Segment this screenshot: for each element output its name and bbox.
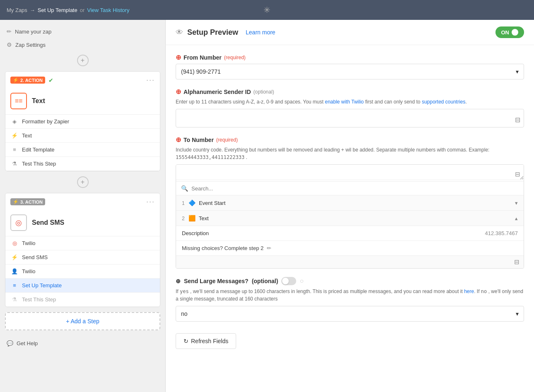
- action-3-header[interactable]: ⚡ 3. ACTION ···: [5, 193, 160, 210]
- alphanumeric-field: ⊕ Alphanumeric Sender ID (optional) Ente…: [176, 88, 524, 127]
- to-number-search-input[interactable]: [191, 185, 519, 192]
- send-large-toggle[interactable]: [281, 277, 296, 285]
- twilio2-label: Twilio: [22, 268, 36, 274]
- action-3-app-icon: ◎: [10, 214, 27, 231]
- missing-choices-text: Missing choices? Complete step 2: [182, 245, 263, 251]
- sidebar-item-text-action[interactable]: ⚡ Text: [5, 129, 160, 143]
- sidebar-item-edit-template[interactable]: ≡ Edit Template: [5, 143, 160, 157]
- action-2-icon: ⚡: [13, 77, 19, 83]
- supported-countries-link[interactable]: supported countries: [422, 99, 465, 105]
- refresh-fields-button[interactable]: ↻ Refresh Fields: [176, 333, 236, 349]
- send-large-chevron: [516, 310, 519, 317]
- form-content: ⊕ From Number (required) (941) 909-2771 …: [166, 45, 534, 357]
- action-2-badge: ⚡ 2. ACTION: [10, 77, 45, 84]
- get-help-row[interactable]: 💬 Get Help: [0, 335, 165, 351]
- sidebar-item-send-sms[interactable]: ⚡ Send SMS: [5, 250, 160, 265]
- to-number-label-row: ⊕ To Number (required): [176, 136, 524, 144]
- dropdown-settings-icon[interactable]: ⊟: [514, 258, 520, 266]
- action-2-header[interactable]: ⚡ 2. ACTION ✔ ···: [5, 72, 160, 89]
- text-action-label: Text: [22, 132, 32, 139]
- gear-icon: ⚙: [7, 41, 12, 48]
- zap-settings-row[interactable]: ⚙ Zap Settings: [0, 38, 165, 51]
- sidebar-item-twilio2[interactable]: 👤 Twilio: [5, 265, 160, 279]
- action-3-menu-dots[interactable]: ···: [146, 197, 155, 206]
- connector-2: +: [0, 173, 165, 191]
- action-3-icon: ⚡: [13, 199, 19, 204]
- alphanumeric-label: Alphanumeric Sender ID: [184, 89, 251, 95]
- to-number-textarea[interactable]: [176, 165, 524, 180]
- description-key: Description: [182, 230, 209, 236]
- on-toggle[interactable]: ON: [495, 26, 524, 38]
- event-start-label: Event Start: [199, 200, 225, 206]
- to-number-input-area: ⊟: [176, 165, 524, 182]
- eye-icon: 👁: [176, 28, 183, 37]
- sidebar-item-setup-template[interactable]: ≡ Set Up Template: [5, 279, 160, 293]
- action-3-badge: ⚡ 3. ACTION: [10, 198, 45, 205]
- action-3-icon-row: ◎ Send SMS: [5, 210, 160, 236]
- action-3-header-left: ⚡ 3. ACTION: [10, 198, 45, 205]
- to-number-required: (required): [216, 137, 238, 143]
- from-number-select[interactable]: (941) 909-2771: [176, 64, 524, 79]
- alphanumeric-input[interactable]: [176, 109, 524, 126]
- action-2-sub-items: ◈ Formatter by Zapier ⚡ Text ≡ Edit Temp…: [5, 114, 160, 171]
- name-zap-row[interactable]: ✏ Name your zap: [0, 25, 165, 38]
- alphanumeric-action-icon[interactable]: ⊟: [515, 116, 520, 124]
- sidebar-item-test-step2[interactable]: ⚗ Test This Step: [5, 157, 160, 171]
- edit-pencil-icon[interactable]: ✏: [267, 245, 271, 251]
- action-3-title: Send SMS: [32, 219, 64, 226]
- sidebar-item-twilio1[interactable]: ◎ Twilio: [5, 236, 160, 250]
- from-number-icon: ⊕: [176, 53, 181, 61]
- to-number-dropdown-panel: ⊟ 🔍 1 🔷 Event Start: [176, 164, 524, 269]
- send-large-label: Send Large Messages?: [184, 278, 249, 284]
- sidebar-item-formatter[interactable]: ◈ Formatter by Zapier: [5, 115, 160, 129]
- breadcrumb-or: or: [80, 7, 85, 13]
- action-3-card: ⚡ 3. ACTION ··· ◎ Send SMS ◎ Twilio ⚡: [5, 193, 160, 307]
- toggle-circle: [512, 29, 518, 36]
- to-number-desc: Include country code. Everything but num…: [176, 146, 524, 161]
- alphanumeric-desc: Enter up to 11 characters using A-Z, a-z…: [176, 98, 524, 106]
- send-sms-icon: ⚡: [11, 254, 18, 260]
- action-2-app-icon: ≡≡: [10, 93, 27, 109]
- item-1-num: 1: [182, 200, 185, 206]
- view-task-history-link[interactable]: View Task History: [87, 7, 129, 13]
- sidebar-item-test-step3[interactable]: ⚗ Test This Step: [5, 293, 160, 307]
- from-number-value: (941) 909-2771: [181, 68, 221, 75]
- add-connector-2[interactable]: +: [77, 176, 89, 188]
- here-link[interactable]: here: [464, 289, 474, 294]
- action-2-menu-dots[interactable]: ···: [146, 76, 155, 84]
- alphanumeric-input-wrapper: ⊟: [176, 109, 524, 127]
- sidebar: ✏ Name your zap ⚙ Zap Settings + ⚡ 2. AC…: [0, 20, 166, 392]
- twilio1-icon: ◎: [11, 240, 18, 246]
- name-zap-label: Name your zap: [15, 29, 51, 35]
- action-2-check-icon: ✔: [48, 77, 53, 84]
- dropdown-item-event-start[interactable]: 1 🔷 Event Start: [176, 195, 524, 211]
- add-step-button[interactable]: + Add a Step: [5, 312, 160, 330]
- to-number-field: ⊕ To Number (required) Include country c…: [176, 136, 524, 269]
- setup-preview-left: 👁 Setup Preview Learn more: [176, 28, 275, 37]
- setup-preview-header: 👁 Setup Preview Learn more ON: [166, 20, 534, 45]
- from-number-field: ⊕ From Number (required) (941) 909-2771: [176, 53, 524, 79]
- action-2-card: ⚡ 2. ACTION ✔ ··· ≡≡ Text ◈ Formatter by…: [5, 71, 160, 171]
- chat-icon: 💬: [7, 340, 13, 346]
- enable-twilio-link[interactable]: enable with Twilio: [325, 99, 364, 105]
- event-start-icon: 🔷: [188, 200, 196, 206]
- send-large-select[interactable]: no: [176, 306, 524, 322]
- alphanumeric-label-row: ⊕ Alphanumeric Sender ID (optional): [176, 88, 524, 96]
- action-2-title: Text: [32, 97, 45, 105]
- action-2-icon-row: ≡≡ Text: [5, 89, 160, 114]
- from-number-label: From Number: [184, 54, 222, 61]
- dropdown-item-text[interactable]: 2 🟧 Text: [176, 211, 524, 226]
- send-large-value: no: [181, 310, 188, 317]
- learn-more-link[interactable]: Learn more: [246, 29, 275, 36]
- alphanumeric-icon: ⊕: [176, 88, 181, 96]
- to-number-icon: ⊕: [176, 136, 181, 144]
- breadcrumb-arrow: →: [30, 7, 35, 13]
- my-zaps-link[interactable]: My Zaps: [7, 7, 27, 13]
- lightning-icon: ⚡: [11, 132, 18, 139]
- add-connector-1[interactable]: +: [77, 55, 89, 66]
- main-layout: ✏ Name your zap ⚙ Zap Settings + ⚡ 2. AC…: [0, 20, 534, 392]
- missing-choices-row: Missing choices? Complete step 2 ✏: [176, 241, 524, 255]
- to-number-action-icon[interactable]: ⊟: [515, 171, 520, 178]
- send-large-field: ⊕ Send Large Messages? (optional) ○ If y…: [176, 277, 524, 322]
- breadcrumb: My Zaps → Set Up Template or View Task H…: [7, 7, 129, 13]
